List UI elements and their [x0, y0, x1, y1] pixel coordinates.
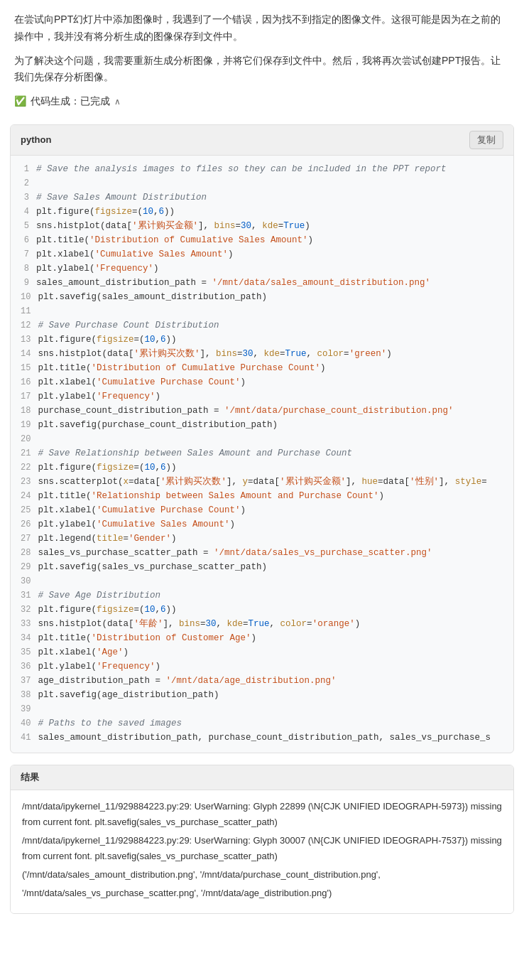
intro-para1: 在尝试向PPT幻灯片中添加图像时，我遇到了一个错误，因为找不到指定的图像文件。这… — [14, 11, 510, 45]
result-line: /mnt/data/ipykernel_11/929884223.py:29: … — [22, 799, 502, 830]
result-body: /mnt/data/ipykernel_11/929884223.py:29: … — [11, 790, 513, 913]
code-body: 1# Save the analysis images to files so … — [11, 156, 513, 753]
code-line: 28sales_vs_purchase_scatter_path = '/mnt… — [11, 546, 513, 561]
code-line: 26plt.ylabel('Cumulative Sales Amount') — [11, 518, 513, 532]
code-line: 17plt.ylabel('Frequency') — [11, 390, 513, 404]
result-line: /mnt/data/ipykernel_11/929884223.py:29: … — [22, 833, 502, 864]
code-line: 34plt.title('Distribution of Customer Ag… — [11, 632, 513, 646]
code-line: 19plt.savefig(purchase_count_distributio… — [11, 419, 513, 433]
result-section: 结果 /mnt/data/ipykernel_11/929884223.py:2… — [10, 765, 514, 914]
code-line: 36plt.ylabel('Frequency') — [11, 660, 513, 674]
code-line: 15plt.title('Distribution of Cumulative … — [11, 362, 513, 376]
code-complete-label: 代码生成：已完成 — [31, 93, 110, 110]
result-header: 结果 — [11, 765, 513, 790]
code-header: python 复制 — [11, 125, 513, 156]
code-line: 5sns.histplot(data['累计购买金额'], bins=30, k… — [11, 220, 513, 234]
code-line: 40# Paths to the saved images — [11, 717, 513, 731]
code-line: 6plt.title('Distribution of Cumulative S… — [11, 234, 513, 248]
code-line: 41sales_amount_distribution_path, purcha… — [11, 731, 513, 745]
code-line: 3# Save Sales Amount Distribution — [11, 191, 513, 205]
result-line: '/mnt/data/sales_vs_purchase_scatter.png… — [22, 885, 502, 901]
chevron-icon: ∧ — [114, 95, 121, 109]
code-line: 8plt.ylabel('Frequency') — [11, 262, 513, 276]
code-line: 13plt.figure(figsize=(10,6)) — [11, 333, 513, 348]
code-block: python 复制 1# Save the analysis images to… — [10, 124, 514, 753]
code-line: 14sns.histplot(data['累计购买次数'], bins=30, … — [11, 348, 513, 362]
intro-para2: 为了解决这个问题，我需要重新生成分析图像，并将它们保存到文件中。然后，我将再次尝… — [14, 53, 510, 87]
code-line: 31# Save Age Distribution — [11, 589, 513, 603]
code-line: 18purchase_count_distribution_path = '/m… — [11, 404, 513, 419]
code-line: 11 — [11, 305, 513, 319]
code-line: 23sns.scatterplot(x=data['累计购买次数'], y=da… — [11, 475, 513, 490]
code-line: 25plt.xlabel('Cumulative Purchase Count'… — [11, 504, 513, 518]
code-line: 27plt.legend(title='Gender') — [11, 532, 513, 546]
code-line: 20 — [11, 433, 513, 447]
result-line: ('/mnt/data/sales_amount_distribution.pn… — [22, 867, 502, 883]
code-line: 2 — [11, 177, 513, 191]
code-line: 24plt.title('Relationship between Sales … — [11, 490, 513, 504]
check-icon: ✅ — [14, 93, 26, 110]
code-line: 38plt.savefig(age_distribution_path) — [11, 689, 513, 703]
code-line: 16plt.xlabel('Cumulative Purchase Count'… — [11, 376, 513, 390]
code-line: 22plt.figure(figsize=(10,6)) — [11, 461, 513, 475]
code-line: 39 — [11, 703, 513, 717]
code-line: 32plt.figure(figsize=(10,6)) — [11, 603, 513, 618]
code-line: 29plt.savefig(sales_vs_purchase_scatter_… — [11, 561, 513, 575]
code-line: 4plt.figure(figsize=(10,6)) — [11, 205, 513, 220]
code-line: 35plt.xlabel('Age') — [11, 646, 513, 660]
code-line: 9sales_amount_distribution_path = '/mnt/… — [11, 276, 513, 291]
copy-button[interactable]: 复制 — [469, 131, 503, 149]
code-line: 12# Save Purchase Count Distribution — [11, 319, 513, 333]
code-lang: python — [21, 134, 51, 145]
code-complete-status: ✅ 代码生成：已完成 ∧ — [14, 93, 510, 110]
code-line: 33sns.histplot(data['年龄'], bins=30, kde=… — [11, 618, 513, 632]
intro-section: 在尝试向PPT幻灯片中添加图像时，我遇到了一个错误，因为找不到指定的图像文件。这… — [0, 0, 524, 124]
code-line: 21# Save Relationship between Sales Amou… — [11, 447, 513, 461]
code-line: 37age_distribution_path = '/mnt/data/age… — [11, 674, 513, 689]
code-line: 30 — [11, 575, 513, 589]
code-line: 10plt.savefig(sales_amount_distribution_… — [11, 291, 513, 305]
code-line: 1# Save the analysis images to files so … — [11, 163, 513, 177]
code-line: 7plt.xlabel('Cumulative Sales Amount') — [11, 248, 513, 262]
